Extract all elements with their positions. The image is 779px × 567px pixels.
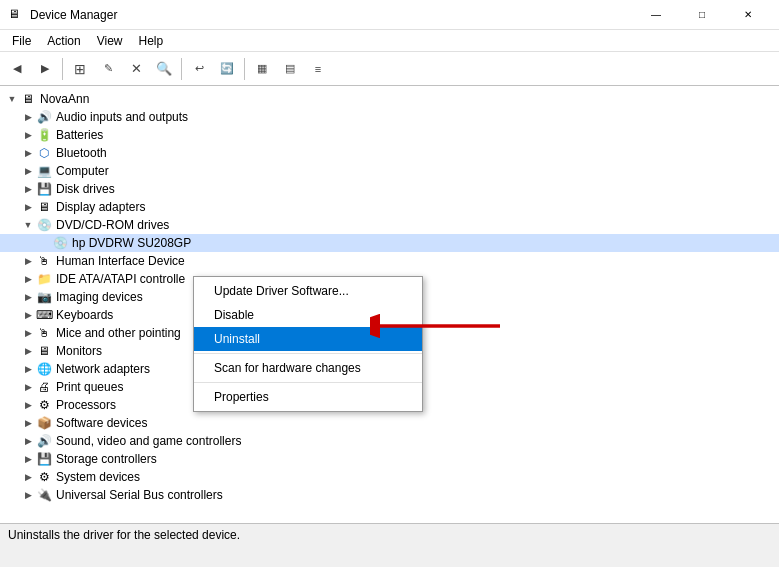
toolbar-sep-2 [181,58,182,80]
main-area: ▼ 🖥 NovaAnn ▶ 🔊 Audio inputs and outputs… [0,86,779,545]
title-bar: 🖥 Device Manager — □ ✕ [0,0,779,30]
toolbar-btn-8[interactable]: ▤ [277,56,303,82]
hid-label: Human Interface Device [56,254,185,268]
tree-item-disk[interactable]: ▶ 💾 Disk drives [0,180,779,198]
hid-icon: 🖱 [36,253,52,269]
keyboards-icon: ⌨ [36,307,52,323]
hpdvdrw-icon: 💿 [52,235,68,251]
tree-item-software[interactable]: ▶ 📦 Software devices [0,414,779,432]
root-label: NovaAnn [40,92,89,106]
mice-expand[interactable]: ▶ [20,325,36,341]
sound-icon: 🔊 [36,433,52,449]
system-icon: ⚙ [36,469,52,485]
dvd-expand[interactable]: ▼ [20,217,36,233]
network-expand[interactable]: ▶ [20,361,36,377]
usb-label: Universal Serial Bus controllers [56,488,223,502]
hid-expand[interactable]: ▶ [20,253,36,269]
tree-item-hid[interactable]: ▶ 🖱 Human Interface Device [0,252,779,270]
close-button[interactable]: ✕ [725,0,771,30]
tree-root[interactable]: ▼ 🖥 NovaAnn [0,90,779,108]
ctx-separator [194,353,422,354]
ctx-scan[interactable]: Scan for hardware changes [194,356,422,380]
menu-bar: File Action View Help [0,30,779,52]
tree-item-display[interactable]: ▶ 🖥 Display adapters [0,198,779,216]
toolbar-properties[interactable]: ⊞ [67,56,93,82]
tree-item-hpdvdrw[interactable]: ▶ 💿 hp DVDRW SU208GP [0,234,779,252]
display-icon: 🖥 [36,199,52,215]
mice-label: Mice and other pointing [56,326,181,340]
sound-label: Sound, video and game controllers [56,434,241,448]
computer-icon: 💻 [36,163,52,179]
bluetooth-expand[interactable]: ▶ [20,145,36,161]
toolbar-btn-7[interactable]: ▦ [249,56,275,82]
toolbar-uninstall[interactable]: ✕ [123,56,149,82]
sound-expand[interactable]: ▶ [20,433,36,449]
tree-item-system[interactable]: ▶ ⚙ System devices [0,468,779,486]
tree-item-audio[interactable]: ▶ 🔊 Audio inputs and outputs [0,108,779,126]
ctx-properties[interactable]: Properties [194,385,422,409]
batteries-label: Batteries [56,128,103,142]
title-bar-left: 🖥 Device Manager [8,7,117,23]
storage-icon: 💾 [36,451,52,467]
processors-expand[interactable]: ▶ [20,397,36,413]
disk-label: Disk drives [56,182,115,196]
disk-icon: 💾 [36,181,52,197]
storage-expand[interactable]: ▶ [20,451,36,467]
display-label: Display adapters [56,200,145,214]
system-expand[interactable]: ▶ [20,469,36,485]
root-expand[interactable]: ▼ [4,91,20,107]
storage-label: Storage controllers [56,452,157,466]
dvd-icon: 💿 [36,217,52,233]
mice-icon: 🖱 [36,325,52,341]
status-text: Uninstalls the driver for the selected d… [8,528,240,542]
ctx-uninstall[interactable]: Uninstall [194,327,422,351]
audio-label: Audio inputs and outputs [56,110,188,124]
print-label: Print queues [56,380,123,394]
toolbar-update-driver[interactable]: ✎ [95,56,121,82]
tree-item-storage[interactable]: ▶ 💾 Storage controllers [0,450,779,468]
toolbar-btn-9[interactable]: ≡ [305,56,331,82]
software-label: Software devices [56,416,147,430]
menu-view[interactable]: View [89,32,131,50]
software-expand[interactable]: ▶ [20,415,36,431]
tree-item-sound[interactable]: ▶ 🔊 Sound, video and game controllers [0,432,779,450]
software-icon: 📦 [36,415,52,431]
ide-expand[interactable]: ▶ [20,271,36,287]
keyboards-expand[interactable]: ▶ [20,307,36,323]
monitors-label: Monitors [56,344,102,358]
batteries-icon: 🔋 [36,127,52,143]
display-expand[interactable]: ▶ [20,199,36,215]
menu-file[interactable]: File [4,32,39,50]
computer-expand[interactable]: ▶ [20,163,36,179]
toolbar-back[interactable]: ◀ [4,56,30,82]
maximize-button[interactable]: □ [679,0,725,30]
toolbar-sep-3 [244,58,245,80]
monitors-icon: 🖥 [36,343,52,359]
tree-item-batteries[interactable]: ▶ 🔋 Batteries [0,126,779,144]
print-expand[interactable]: ▶ [20,379,36,395]
tree-item-usb[interactable]: ▶ 🔌 Universal Serial Bus controllers [0,486,779,504]
audio-expand[interactable]: ▶ [20,109,36,125]
usb-expand[interactable]: ▶ [20,487,36,503]
menu-help[interactable]: Help [131,32,172,50]
processors-icon: ⚙ [36,397,52,413]
batteries-expand[interactable]: ▶ [20,127,36,143]
imaging-icon: 📷 [36,289,52,305]
toolbar-forward[interactable]: ▶ [32,56,58,82]
menu-action[interactable]: Action [39,32,88,50]
minimize-button[interactable]: — [633,0,679,30]
toolbar-btn-6[interactable]: 🔄 [214,56,240,82]
bluetooth-icon: ⬡ [36,145,52,161]
imaging-expand[interactable]: ▶ [20,289,36,305]
toolbar-scan[interactable]: 🔍 [151,56,177,82]
print-icon: 🖨 [36,379,52,395]
tree-item-dvd[interactable]: ▼ 💿 DVD/CD-ROM drives [0,216,779,234]
context-menu: Update Driver Software... Disable Uninst… [193,276,423,412]
disk-expand[interactable]: ▶ [20,181,36,197]
tree-item-bluetooth[interactable]: ▶ ⬡ Bluetooth [0,144,779,162]
toolbar-btn-5[interactable]: ↩ [186,56,212,82]
ctx-update-driver[interactable]: Update Driver Software... [194,279,422,303]
ctx-disable[interactable]: Disable [194,303,422,327]
monitors-expand[interactable]: ▶ [20,343,36,359]
tree-item-computer[interactable]: ▶ 💻 Computer [0,162,779,180]
